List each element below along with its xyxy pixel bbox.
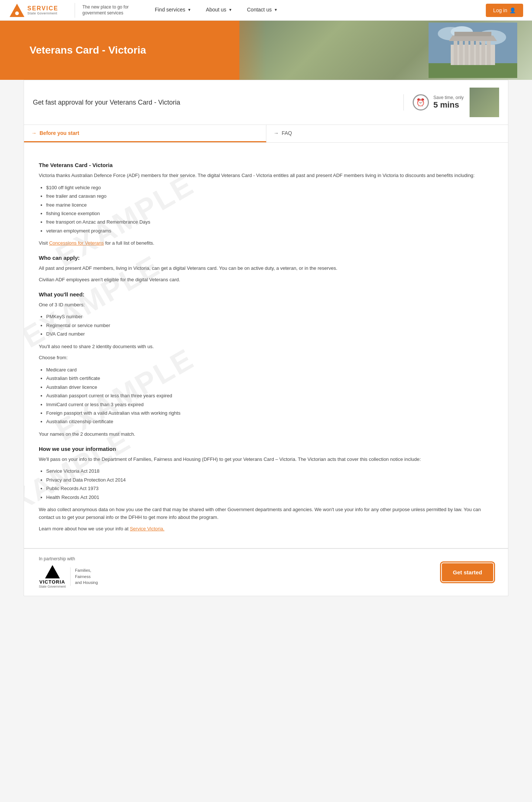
partner-dept: Families, Fairness and Housing (70, 567, 98, 586)
id-bullets: PMKeyS number Regimental or service numb… (46, 312, 493, 338)
section1-intro: Victoria thanks Australian Defence Force… (39, 172, 493, 180)
info-bar: Get fast approval for your Veterans Card… (24, 80, 508, 125)
time-value: 5 mins (433, 100, 464, 110)
tab-arrow-before: → (31, 130, 37, 136)
learn-more-text: Learn more about how we use your info at… (39, 525, 493, 533)
nav-contact-us[interactable]: Contact us ▼ (240, 0, 285, 21)
tab-faq-label: FAQ (282, 130, 292, 136)
nav-find-services[interactable]: Find services ▼ (147, 0, 198, 21)
id-intro: One of 3 ID numbers: (39, 301, 493, 309)
save-label: Save time, only (433, 95, 464, 100)
contact-us-caret: ▼ (274, 8, 277, 12)
list-item: Foreign passport with a valid Australian… (46, 409, 493, 417)
login-button[interactable]: Log in 👤 (486, 4, 523, 17)
logo[interactable]: SERVICE State Government (9, 2, 58, 18)
concessions-link[interactable]: Concessions for Veterans (49, 240, 104, 246)
partner-logo: VICTORIA State Government Families, Fair… (39, 564, 98, 588)
list-item: free transport on Anzac and Remembrance … (46, 218, 493, 226)
list-item: free trailer and caravan rego (46, 192, 493, 200)
service-victoria-link[interactable]: Service Victoria. (130, 526, 164, 531)
what-youll-need-title: What you'll need: (39, 291, 493, 298)
list-item: Privacy and Data Protection Act 2014 (46, 476, 493, 484)
about-us-caret: ▼ (229, 8, 232, 12)
list-item: Medicare card (46, 366, 493, 374)
svg-rect-10 (465, 41, 468, 65)
monument-illustration (429, 23, 517, 78)
nav-links: Find services ▼ About us ▼ Contact us ▼ (147, 0, 486, 21)
tab-before-start-label: Before you start (40, 130, 79, 136)
vic-sub: State Government (39, 585, 66, 588)
how-we-use-title: How we use your information (39, 446, 493, 452)
list-item: Service Victoria Act 2018 (46, 467, 493, 475)
list-item: Regimental or service number (46, 321, 493, 330)
tabs-container: → Before you start → FAQ (24, 125, 508, 143)
hero-background (239, 21, 532, 80)
who-can-apply-title: Who can apply: (39, 255, 493, 261)
list-item: free marine licence (46, 201, 493, 209)
info-bar-text: Get fast approval for your Veterans Card… (33, 99, 403, 106)
who-can-apply-text1: All past and present ADF members, living… (39, 265, 493, 272)
list-item: veteran employment programs (46, 227, 493, 235)
names-match-text: Your names on the 2 documents must match… (39, 431, 493, 438)
time-info: ⏰ Save time, only 5 mins (403, 94, 464, 111)
logo-gov-label: State Government (27, 11, 58, 15)
list-item: Australian driver licence (46, 383, 493, 391)
svg-marker-17 (45, 565, 60, 578)
find-services-caret: ▼ (187, 8, 191, 12)
hero-title: Veterans Card - Victoria (0, 44, 175, 56)
list-item: Public Records Act 1973 (46, 484, 493, 493)
partner-section: In partnership with VICTORIA State Gover… (39, 556, 98, 588)
list-item: Australian passport current or less than… (46, 391, 493, 400)
hero-section: Veterans Card - Victoria (0, 21, 532, 80)
tab-faq[interactable]: → FAQ (266, 125, 508, 142)
nav-divider (75, 3, 75, 18)
svg-rect-8 (454, 41, 457, 65)
section1-bullets: $100 off light vehicle rego free trailer… (46, 183, 493, 235)
legislation-bullets: Service Victoria Act 2018 Privacy and Da… (46, 467, 493, 502)
list-item: fishing licence exemption (46, 209, 493, 218)
partner-label: In partnership with (39, 556, 98, 561)
svg-rect-11 (470, 41, 474, 65)
main-content: EXAMPLE EXAMPLE EXAMPLE EXAMPLE The Vete… (24, 143, 508, 548)
list-item: $100 off light vehicle rego (46, 183, 493, 192)
svg-rect-6 (429, 63, 517, 78)
list-item: Australian birth certificate (46, 374, 493, 383)
nav-about-us[interactable]: About us ▼ (198, 0, 239, 21)
logo-service-label: SERVICE (27, 6, 58, 11)
list-item: PMKeyS number (46, 312, 493, 321)
time-details: Save time, only 5 mins (433, 95, 464, 110)
identity-docs-text: You'll also need to share 2 identity doc… (39, 343, 493, 351)
concessions-link-text: Visit Concessions for Veterans for a ful… (39, 239, 493, 247)
get-started-button[interactable]: Get started (442, 563, 493, 581)
info-bar-photo (470, 88, 499, 117)
clock-icon: ⏰ (413, 94, 429, 111)
info-bar-title: Get fast approval for your Veterans Card… (33, 99, 403, 106)
navigation: SERVICE State Government The new place t… (0, 0, 532, 21)
svg-marker-15 (449, 35, 497, 41)
list-item: Health Records Act 2001 (46, 493, 493, 502)
vic-triangle-icon (44, 564, 61, 579)
footer-bar: In partnership with VICTORIA State Gover… (24, 548, 508, 596)
choose-from-label: Choose from: (39, 354, 493, 362)
vic-text: VICTORIA (40, 579, 65, 585)
how-we-use-text1: We'll pass on your info to the Departmen… (39, 456, 493, 463)
svg-rect-12 (476, 41, 480, 65)
tab-before-start[interactable]: → Before you start (24, 125, 266, 142)
vic-logo: VICTORIA State Government (39, 564, 66, 588)
list-item: ImmiCard current or less than 3 years ex… (46, 400, 493, 409)
who-can-apply-text2: Civilian ADF employees aren't eligible f… (39, 276, 493, 284)
svg-point-1 (15, 11, 19, 15)
svg-rect-9 (459, 41, 463, 65)
tab-arrow-faq: → (274, 130, 279, 136)
svg-rect-14 (487, 41, 491, 65)
user-icon: 👤 (509, 7, 516, 13)
list-item: DVA Card number (46, 330, 493, 338)
section1-title: The Veterans Card - Victoria (39, 162, 493, 168)
svg-rect-16 (454, 32, 491, 36)
nav-tagline: The new place to go for government servi… (82, 4, 141, 16)
how-we-use-text2: We also collect anonymous data on how yo… (39, 506, 493, 521)
list-item: Australian citizenship certificate (46, 417, 493, 426)
docs-bullets: Medicare card Australian birth certifica… (46, 366, 493, 426)
svg-rect-13 (481, 41, 485, 65)
